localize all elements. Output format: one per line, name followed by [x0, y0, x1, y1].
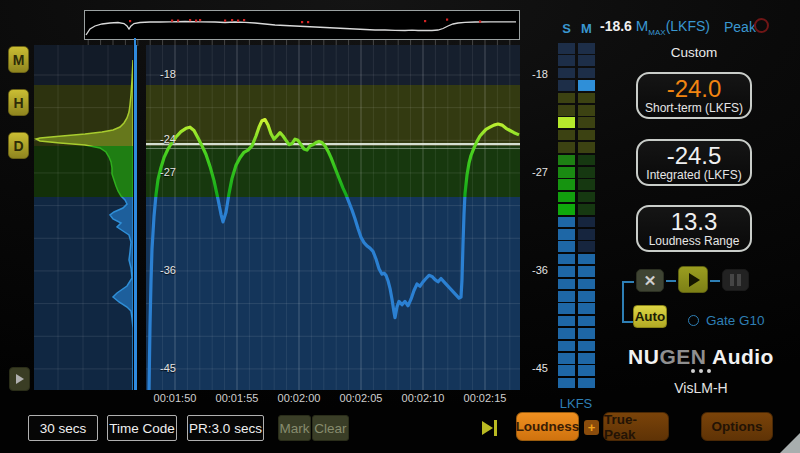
meter-segment-dark_green — [578, 204, 595, 215]
meter-segment-navy — [558, 80, 575, 91]
meter-segment-olive — [558, 93, 575, 104]
meter-segment-blue — [558, 279, 575, 290]
history-view-button[interactable]: H — [8, 89, 29, 116]
meter-scale-label: -18 — [514, 68, 548, 80]
peak-label: Peak — [724, 19, 756, 35]
nugen-logo: NUGEN Audio — [626, 345, 776, 369]
meter-segment-blue — [578, 303, 595, 314]
play-icon — [16, 374, 24, 384]
play-button[interactable] — [678, 266, 708, 293]
preset-selector[interactable]: Custom — [636, 45, 752, 60]
mark-label: Mark — [280, 421, 310, 436]
meter-segment-olive — [578, 117, 595, 128]
graph-y-tick-label: -45 — [160, 362, 176, 374]
options-button[interactable]: Options — [701, 412, 773, 441]
graph-time-label: 00:02:00 — [268, 392, 330, 404]
meter-segment-blue — [578, 266, 595, 277]
gate-radio[interactable] — [688, 315, 699, 326]
graph-y-tick-label: -24 — [160, 133, 176, 145]
logo-nu: NU — [628, 345, 659, 368]
meter-segment-blue — [558, 241, 575, 252]
meter-segment-blue — [558, 254, 575, 265]
short-term-meter-header: S — [558, 21, 575, 36]
meter-segment-green2 — [558, 167, 575, 178]
graph-time-label: 00:02:15 — [454, 392, 516, 404]
meter-segment-blue — [558, 229, 575, 240]
meter-segment-dark_navy — [578, 217, 595, 228]
meter-segment-blue — [558, 316, 575, 327]
play-icon — [689, 273, 700, 287]
short-term-value: -24.0 — [638, 75, 750, 102]
logo-audio: Audio — [706, 345, 774, 368]
meter-unit-toggle[interactable]: LKFS — [552, 396, 600, 411]
time-mode-button[interactable]: Time Code — [107, 415, 177, 441]
integrated-label: Integrated (LKFS) — [638, 169, 750, 182]
meter-segment-navy — [558, 68, 575, 79]
meter-segment-blue — [578, 316, 595, 327]
transport-connector — [710, 280, 720, 282]
short-term-label: Short-term (LKFS) — [638, 102, 750, 115]
distribution-view-button[interactable]: D — [8, 132, 29, 159]
meter-segment-olive — [578, 130, 595, 141]
short-term-readout[interactable]: -24.0 Short-term (LKFS) — [636, 72, 752, 119]
meter-segment-blue — [558, 291, 575, 302]
practical-range-button[interactable]: PR:3.0 secs — [187, 415, 264, 441]
graph-time-label: 00:02:05 — [330, 392, 392, 404]
link-plus-button[interactable]: + — [584, 420, 599, 435]
skip-to-end-button[interactable] — [482, 420, 497, 436]
true-peak-tab-button[interactable]: True-Peak — [603, 412, 669, 441]
overview-waveform — [85, 11, 517, 37]
meter-segment-blue — [578, 365, 595, 376]
meter-segment-blue — [558, 217, 575, 228]
graph-time-label: 00:02:10 — [392, 392, 454, 404]
meter-segment-blue — [558, 365, 575, 376]
meter-scale-label: -45 — [514, 362, 548, 374]
meter-segment-navy — [578, 68, 595, 79]
loudness-tab-button[interactable]: Loudness — [516, 412, 579, 441]
auto-link-line — [622, 281, 624, 323]
stop-reset-button[interactable]: ✕ — [636, 269, 664, 292]
loudness-range-readout[interactable]: 13.3 Loudness Range — [636, 205, 752, 252]
pause-icon — [730, 274, 741, 286]
window-length-button[interactable]: 30 secs — [28, 415, 98, 441]
graph-y-tick-label: -36 — [160, 264, 176, 276]
pause-button[interactable] — [722, 269, 749, 291]
replay-button[interactable] — [9, 367, 30, 391]
momentary-meter-header: M — [578, 21, 595, 36]
resize-handle[interactable] — [780, 433, 800, 453]
meter-segment-blue — [578, 378, 595, 389]
skip-to-end-icon — [494, 420, 497, 436]
program-overview-strip[interactable] — [84, 10, 520, 40]
skip-to-end-icon — [482, 421, 493, 435]
history-view-label: H — [13, 95, 23, 111]
meter-segment-navy — [558, 55, 575, 66]
meter-segment-green3 — [558, 179, 575, 190]
meter-segment-olive — [558, 105, 575, 116]
graph-y-tick-label: -18 — [160, 68, 176, 80]
auto-label: Auto — [635, 309, 666, 324]
meter-segment-blue — [578, 291, 595, 302]
clear-button[interactable]: Clear — [312, 415, 349, 441]
meter-segment-blue — [578, 341, 595, 352]
meter-segment-dark_green — [578, 192, 595, 203]
meter-segment-navy — [558, 43, 575, 54]
loudness-history-graph[interactable]: -18-24-27-36-45 — [146, 45, 520, 390]
meter-segment-olive — [578, 142, 595, 153]
graph-time-label: 00:01:50 — [144, 392, 206, 404]
momentary-max-m: M — [636, 17, 649, 34]
distribution-shape — [34, 45, 133, 390]
loudness-range-label: Loudness Range — [638, 235, 750, 248]
momentary-max-sub: MAX — [648, 28, 665, 37]
distribution-view-label: D — [13, 138, 23, 154]
mark-button[interactable]: Mark — [278, 415, 311, 441]
meter-segment-green5 — [558, 204, 575, 215]
meter-scale-label: -27 — [514, 166, 548, 178]
integrated-readout[interactable]: -24.5 Integrated (LKFS) — [636, 139, 752, 186]
auto-button[interactable]: Auto — [633, 305, 667, 328]
options-label: Options — [712, 419, 763, 434]
momentary-view-button[interactable]: M — [8, 46, 29, 73]
meter-segment-dark_navy — [578, 229, 595, 240]
peak-indicator[interactable] — [754, 18, 769, 33]
playhead-now-line — [134, 45, 137, 390]
meter-segment-blue — [558, 328, 575, 339]
